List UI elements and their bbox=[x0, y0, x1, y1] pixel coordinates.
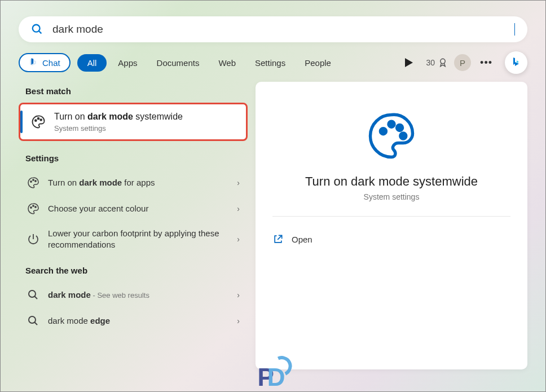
section-search-web: Search the web bbox=[25, 266, 248, 275]
avatar[interactable]: P bbox=[454, 54, 471, 71]
svg-point-3 bbox=[35, 120, 37, 121]
svg-point-5 bbox=[40, 119, 42, 121]
rewards-points[interactable]: 30 bbox=[426, 57, 449, 68]
tab-settings[interactable]: Settings bbox=[247, 54, 293, 72]
tab-documents[interactable]: Documents bbox=[149, 54, 208, 72]
chevron-right-icon: › bbox=[237, 204, 240, 213]
search-input-text[interactable]: dark mode bbox=[52, 23, 516, 36]
tab-chat[interactable]: Chat bbox=[19, 53, 71, 72]
palette-icon bbox=[30, 114, 46, 130]
svg-point-9 bbox=[30, 207, 32, 208]
svg-line-15 bbox=[35, 323, 38, 325]
open-icon bbox=[272, 234, 284, 245]
svg-line-13 bbox=[35, 297, 38, 299]
settings-result-carbon-footprint[interactable]: Lower your carbon footprint by applying … bbox=[19, 222, 248, 257]
svg-point-11 bbox=[35, 206, 36, 208]
palette-icon bbox=[27, 202, 40, 215]
svg-point-7 bbox=[33, 179, 34, 180]
search-icon bbox=[27, 314, 40, 328]
chevron-right-icon: › bbox=[237, 290, 240, 299]
best-match-text: Turn on dark mode systemwide System sett… bbox=[54, 111, 183, 133]
tab-all-label: All bbox=[87, 58, 97, 68]
divider bbox=[272, 216, 510, 217]
palette-icon bbox=[27, 176, 40, 190]
bing-chat-fab[interactable] bbox=[505, 51, 527, 74]
points-value: 30 bbox=[426, 58, 435, 67]
svg-point-2 bbox=[441, 59, 445, 63]
power-icon bbox=[27, 232, 40, 246]
detail-subtitle: System settings bbox=[364, 192, 420, 201]
svg-point-8 bbox=[35, 180, 36, 182]
section-best-match: Best match bbox=[25, 86, 248, 96]
chevron-right-icon: › bbox=[237, 178, 240, 187]
main-area: Best match Turn on dark mode systemwide … bbox=[1, 82, 545, 369]
detail-title: Turn on dark mode systemwide bbox=[305, 174, 478, 189]
bing-icon bbox=[509, 56, 523, 69]
svg-point-19 bbox=[400, 133, 406, 139]
tab-apps[interactable]: Apps bbox=[110, 54, 145, 72]
settings-result-dark-mode-apps[interactable]: Turn on dark mode for apps › bbox=[19, 170, 248, 196]
search-icon bbox=[27, 288, 40, 302]
section-settings: Settings bbox=[25, 153, 248, 163]
bm-subtitle: System settings bbox=[54, 124, 183, 133]
tab-chat-label: Chat bbox=[42, 58, 60, 68]
svg-point-16 bbox=[380, 129, 386, 134]
medal-icon bbox=[437, 57, 448, 68]
web-result-dark-mode-edge[interactable]: dark mode edge › bbox=[19, 308, 248, 334]
results-column: Best match Turn on dark mode systemwide … bbox=[19, 82, 256, 369]
tabs-row: Chat All Apps Documents Web Settings Peo… bbox=[19, 51, 527, 74]
bm-post: systemwide bbox=[133, 112, 183, 121]
svg-point-0 bbox=[33, 25, 40, 32]
chevron-right-icon: › bbox=[237, 316, 240, 325]
web-result-dark-mode[interactable]: dark mode - See web results › bbox=[19, 282, 248, 308]
settings-result-accent-colour[interactable]: Choose your accent colour › bbox=[19, 196, 248, 222]
svg-point-4 bbox=[38, 118, 39, 120]
svg-point-18 bbox=[397, 125, 403, 130]
svg-point-10 bbox=[33, 205, 34, 206]
search-icon bbox=[31, 23, 43, 36]
tab-all[interactable]: All bbox=[77, 54, 107, 72]
tab-people[interactable]: People bbox=[297, 54, 339, 72]
open-label: Open bbox=[292, 235, 312, 244]
open-action[interactable]: Open bbox=[272, 229, 510, 249]
svg-point-6 bbox=[30, 181, 32, 182]
more-icon[interactable]: ••• bbox=[477, 55, 496, 71]
palette-icon bbox=[363, 108, 420, 164]
bing-icon bbox=[29, 58, 39, 68]
avatar-initial: P bbox=[460, 58, 465, 68]
search-bar[interactable]: dark mode bbox=[19, 16, 527, 42]
text-cursor bbox=[514, 23, 515, 36]
tab-web[interactable]: Web bbox=[210, 54, 244, 72]
svg-line-1 bbox=[39, 31, 41, 33]
svg-point-14 bbox=[29, 316, 36, 323]
play-icon[interactable] bbox=[405, 58, 413, 67]
best-match-result[interactable]: Turn on dark mode systemwide System sett… bbox=[19, 103, 248, 141]
chevron-right-icon: › bbox=[237, 235, 240, 244]
svg-point-17 bbox=[389, 121, 394, 127]
svg-point-12 bbox=[29, 290, 36, 297]
bm-bold: dark mode bbox=[87, 112, 133, 121]
detail-panel: Turn on dark mode systemwide System sett… bbox=[256, 82, 527, 369]
bm-pre: Turn on bbox=[54, 112, 87, 121]
tabs-right: 30 P ••• bbox=[397, 51, 527, 74]
